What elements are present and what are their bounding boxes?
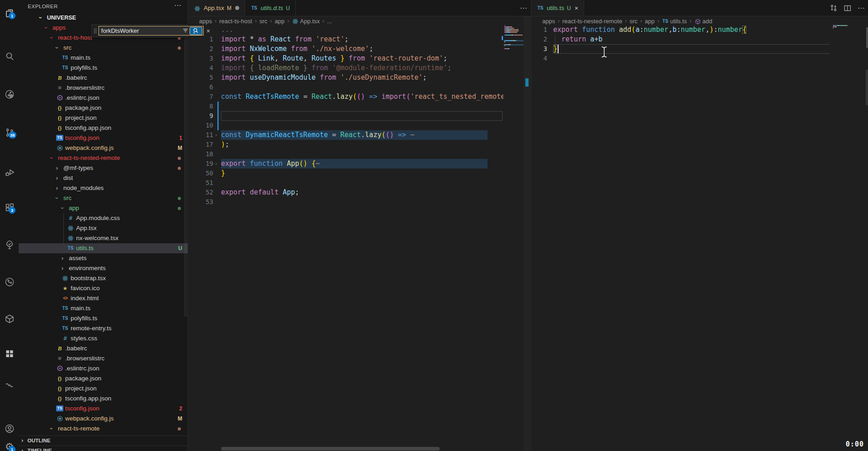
tree-item-main.ts[interactable]: TSmain.ts [19,303,188,313]
code-line[interactable] [221,149,503,159]
tree-item-node_modules[interactable]: ›node_modules [19,183,188,193]
tree-item-polyfills.ts[interactable]: TSpolyfills.ts [19,63,188,73]
code-line[interactable]: ... [221,25,503,35]
tree-item-project.json[interactable]: {}project.json [19,113,188,123]
tree-item-styles.css[interactable]: #styles.css [19,333,188,343]
tree-item-tsconfig.app.json[interactable]: {}tsconfig.app.json [19,123,188,133]
code-line[interactable]: const DynamicReactTsRemote = React.lazy(… [221,130,503,140]
filter-close-icon[interactable]: × [206,27,210,35]
horizontal-scrollbar[interactable] [221,447,440,451]
tree-item-project.json[interactable]: {}project.json [19,384,188,394]
search-activity-item[interactable] [0,47,19,66]
minimap-line [833,26,837,27]
tree-item-src[interactable]: ›src [19,43,188,53]
code-line[interactable]: } [221,169,503,178]
tree-item-polyfills.ts[interactable]: TSpolyfills.ts [19,313,188,323]
settings-activity-item[interactable]: ⚙1 [0,438,19,451]
drag-grip-icon[interactable]: ⣿ [93,28,97,34]
tree-item-app[interactable]: ›app [19,203,188,213]
git-status-badge: 2 [179,404,182,414]
vertical-scrollbar[interactable] [865,16,868,451]
tree-item-react-ts-remote[interactable]: ›react-ts-remote [19,424,188,434]
sidebar-more-actions-icon[interactable]: ⋯ [174,1,181,10]
tree-item-nx-welcome.tsx[interactable]: nx-welcome.tsx [19,233,188,243]
tree-item-tsconfig.json[interactable]: TStsconfig.json1 [19,133,188,143]
tree-item-bootstrap.tsx[interactable]: bootstrap.tsx [19,273,188,283]
tree-item-App.tsx[interactable]: App.tsx [19,223,188,233]
testing-tree-activity-item[interactable] [0,236,19,254]
tree-item-utils.ts[interactable]: TSutils.tsU [19,243,188,253]
tree-filter-input[interactable] [101,27,181,35]
code-line[interactable] [221,178,503,188]
code-line[interactable] [221,111,503,121]
code-line[interactable]: export default App; [221,188,503,197]
tree-item-.eslintrc.json[interactable]: .eslintrc.json [19,93,188,103]
explorer-activity-item[interactable]: 1 [0,4,19,22]
tree-item-favicon.ico[interactable]: ★favicon.ico [19,283,188,293]
code-line[interactable] [221,121,503,130]
tree-item-assets[interactable]: ›assets [19,253,188,263]
outline-section-header[interactable]: › OUTLINE [19,436,188,446]
tree-item-dist[interactable]: ›dist [19,173,188,183]
tree-item-.babelrc[interactable]: B.babelrc [19,73,188,83]
code-line[interactable]: const ReactTsRemote = React.lazy(() => i… [221,92,503,102]
tree-item-environments[interactable]: ›environments [19,263,188,273]
tree-item-webpack.config.js[interactable]: webpack.config.jsM [19,414,188,424]
tree-item-package.json[interactable]: {}package.json [19,103,188,113]
code-editor[interactable]: 1export function add(a:number,b:number,)… [531,0,868,451]
tree-item-package.json[interactable]: {}package.json [19,374,188,384]
fold-chevron-icon[interactable]: › [215,159,218,169]
tree-item-.babelrc[interactable]: B.babelrc [19,343,188,354]
code-line[interactable]: } [553,44,830,54]
extensions-activity-item[interactable]: 3 [0,199,19,217]
vertical-scrollbar[interactable] [524,16,530,451]
fold-chevron-icon[interactable]: › [215,130,218,140]
run-debug-activity-item[interactable] [0,163,19,181]
timeline-section-header[interactable]: › TIMELINE [19,446,188,451]
tree-item-index.html[interactable]: <>index.html [19,293,188,303]
code-line[interactable]: import NxWelcome from './nx-welcome'; [221,44,503,54]
tree-item-main.ts[interactable]: TSmain.ts [19,53,188,63]
code-editor[interactable]: ...1import * as React from 'react';2impo… [188,0,531,451]
tree-item-.eslintrc.json[interactable]: .eslintrc.json [19,364,188,374]
code-token: . [332,92,336,101]
waves-activity-item[interactable] [0,376,19,394]
tree-item-tsconfig.app.json[interactable]: {}tsconfig.app.json [19,394,188,404]
tree-item-App.module.css[interactable]: #App.module.css [19,213,188,223]
sidebar-scrollbar[interactable] [184,25,187,317]
code-line[interactable] [221,102,503,111]
code-line[interactable]: ); [221,140,503,149]
code-line[interactable]: import useDynamicModule from './useDynam… [221,73,503,82]
tree-item-webpack.config.js[interactable]: webpack.config.jsM [19,143,188,153]
tree-item-react-ts-nested-remote[interactable]: ›react-ts-nested-remote [19,153,188,163]
grid-activity-item[interactable] [0,344,19,363]
project-graph-activity-item[interactable] [0,85,19,103]
fuzzy-match-toggle[interactable] [190,27,202,35]
tree-item-.browserslistrc[interactable]: ≡.browserslistrc [19,354,188,364]
indent-guide [63,223,64,233]
tree-item-label: webpack.config.js [65,414,114,424]
code-line[interactable] [221,82,503,92]
line-number: 19 [192,159,213,169]
tree-item-UNIVERSE[interactable]: ›UNIVERSE [19,13,188,23]
code-line[interactable]: export function App() {⋯ [221,159,503,169]
cube-activity-item[interactable] [0,310,19,328]
tree-item-tsconfig.json[interactable]: TStsconfig.json2 [19,404,188,414]
tree-item-remote-entry.ts[interactable]: TSremote-entry.ts [19,323,188,333]
code-token: from [295,35,316,43]
code-line[interactable] [553,54,830,63]
code-line[interactable]: import { loadRemote } from '@module-fede… [221,63,503,73]
git-graph-activity-item[interactable] [0,273,19,291]
code-line[interactable]: import { Link, Route, Routes } from 'rea… [221,54,503,63]
filter-icon[interactable] [183,27,188,35]
tree-item-src[interactable]: ›src [19,193,188,203]
code-line[interactable]: return a+b [553,35,830,44]
code-line[interactable]: export function add(a:number,b:number,):… [553,25,830,35]
code-line[interactable]: import * as React from 'react'; [221,35,503,44]
tree-item-@mf-types[interactable]: ›@mf-types [19,163,188,173]
code-token: './useDynamicRemote' [340,73,423,82]
code-line[interactable] [221,197,503,207]
source-control-activity-item[interactable]: 38 [0,123,19,142]
account-activity-item[interactable] [0,420,19,438]
tree-item-.browserslistrc[interactable]: ≡.browserslistrc [19,83,188,93]
